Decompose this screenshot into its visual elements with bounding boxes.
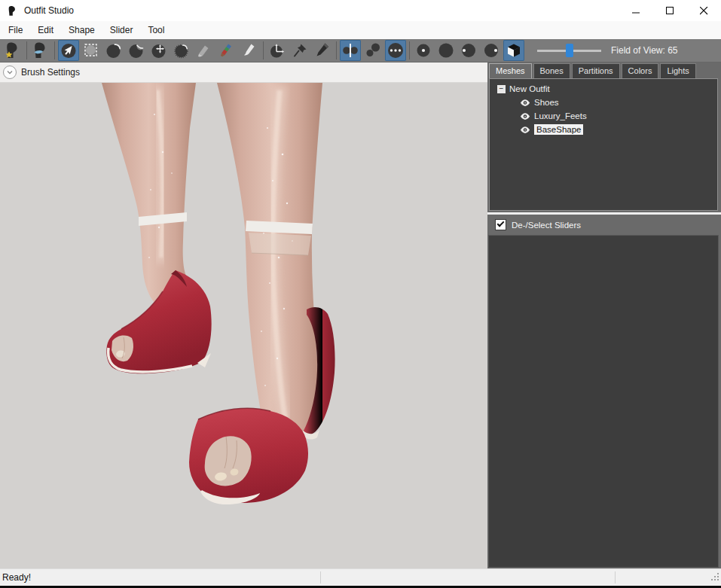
- window-title: Outfit Studio: [24, 5, 74, 16]
- mesh-tree: − New Outfit Shoes Luxury_Feets: [489, 78, 718, 211]
- connected-vertices-button[interactable]: [362, 40, 383, 61]
- resize-grip[interactable]: [711, 571, 719, 584]
- view-plain-icon: [437, 41, 455, 59]
- inflate-brush-button[interactable]: [103, 40, 124, 61]
- fov-slider-handle[interactable]: [566, 44, 573, 57]
- mask-brush-icon: [82, 41, 100, 59]
- view-right-button[interactable]: [481, 40, 502, 61]
- tree-item-label: Shoes: [534, 98, 559, 107]
- move-brush-button[interactable]: [148, 40, 170, 61]
- deflate-brush-button[interactable]: [126, 40, 147, 61]
- maximize-icon: [666, 7, 674, 15]
- collision-dots-button[interactable]: [385, 40, 406, 61]
- status-bar: Ready!: [0, 568, 721, 586]
- tree-item-baseshape[interactable]: BaseShape: [490, 123, 717, 136]
- status-text: Ready!: [2, 572, 31, 583]
- minimize-button[interactable]: [619, 0, 653, 21]
- app-icon: [7, 5, 18, 17]
- sliders-header: De-/Select Sliders: [487, 215, 721, 235]
- tree-root-label: New Outfit: [509, 84, 550, 93]
- view-center-icon: [414, 41, 432, 59]
- right-stocking-top: [249, 233, 311, 255]
- brush-settings-chevron-icon[interactable]: [3, 66, 17, 79]
- tab-bones[interactable]: Bones: [533, 63, 570, 78]
- close-button[interactable]: [687, 0, 721, 21]
- view-center-button[interactable]: [413, 40, 434, 61]
- load-project-icon: [32, 41, 50, 59]
- transform-icon: [268, 41, 286, 59]
- pencil-button[interactable]: [312, 40, 333, 61]
- transform-button[interactable]: [267, 40, 288, 61]
- connected-vertices-icon: [364, 41, 382, 59]
- maximize-button[interactable]: [653, 0, 687, 21]
- brush-settings-bar[interactable]: Brush Settings: [0, 62, 487, 83]
- tree-item-label: Luxury_Feets: [534, 111, 587, 120]
- toolbar-separator: [26, 41, 27, 59]
- tab-partitions[interactable]: Partitions: [572, 63, 620, 78]
- tab-colors[interactable]: Colors: [622, 63, 659, 78]
- pin-icon: [291, 41, 309, 59]
- toolbar-separator: [54, 41, 55, 59]
- color-brush-button[interactable]: [216, 40, 237, 61]
- perspective-cube-button[interactable]: [503, 40, 524, 61]
- pin-button[interactable]: [289, 40, 310, 61]
- view-plain-button[interactable]: [435, 40, 457, 61]
- mask-brush-button[interactable]: [81, 40, 102, 61]
- select-arrow-icon: [60, 41, 78, 59]
- fov-label: Field of View: 65: [611, 45, 678, 56]
- collapse-expander-icon[interactable]: −: [497, 85, 506, 93]
- perspective-cube-icon: [505, 41, 523, 59]
- new-project-button[interactable]: [2, 40, 23, 61]
- menu-slider[interactable]: Slider: [102, 21, 141, 39]
- toolbar-buttons: [2, 40, 525, 61]
- visibility-eye-icon[interactable]: [520, 126, 530, 134]
- viewport-3d-render[interactable]: [0, 83, 487, 568]
- select-arrow-button[interactable]: [58, 40, 79, 61]
- menu-file[interactable]: File: [1, 21, 30, 39]
- color-brush-icon: [218, 41, 236, 59]
- weight-brush-button: [194, 40, 215, 61]
- smooth-brush-button[interactable]: [171, 40, 192, 61]
- weight-brush-icon: [195, 41, 213, 59]
- smooth-brush-icon: [173, 41, 191, 59]
- status-separator: [320, 571, 321, 583]
- toolbar-separator: [263, 41, 264, 59]
- content: Brush Settings: [0, 62, 721, 568]
- title-bar: Outfit Studio: [0, 0, 721, 21]
- move-brush-icon: [150, 41, 168, 59]
- right-panel: Meshes Bones Partitions Colors Lights − …: [487, 62, 721, 568]
- deselect-sliders-label: De-/Select Sliders: [512, 221, 581, 230]
- menu-tool[interactable]: Tool: [140, 21, 172, 39]
- tree-item-luxury-feets[interactable]: Luxury_Feets: [490, 109, 717, 123]
- menu-bar: File Edit Shape Slider Tool: [0, 21, 721, 39]
- xmirror-button[interactable]: [340, 40, 361, 61]
- view-right-icon: [482, 41, 500, 59]
- minimize-icon: [632, 7, 640, 15]
- menu-shape[interactable]: Shape: [61, 21, 102, 39]
- tree-item-new-outfit[interactable]: − New Outfit: [490, 82, 717, 96]
- tab-meshes[interactable]: Meshes: [489, 63, 532, 78]
- tree-item-label-selected: BaseShape: [534, 124, 583, 135]
- view-left-icon: [460, 41, 478, 59]
- toolbar-separator: [409, 41, 410, 59]
- alpha-brush-button[interactable]: [239, 40, 260, 61]
- visibility-eye-icon[interactable]: [520, 112, 530, 120]
- load-project-button[interactable]: [30, 40, 51, 61]
- tab-lights[interactable]: Lights: [660, 63, 695, 78]
- visibility-eye-icon[interactable]: [520, 99, 530, 107]
- fov-slider[interactable]: [537, 44, 601, 57]
- pencil-icon: [313, 41, 331, 59]
- alpha-brush-icon: [240, 41, 258, 59]
- toolbar-separator: [336, 41, 337, 59]
- status-separator: [615, 571, 616, 583]
- view-left-button[interactable]: [458, 40, 479, 61]
- deselect-sliders-checkbox[interactable]: [495, 219, 506, 230]
- deflate-brush-icon: [127, 41, 145, 59]
- panel-tab-bar: Meshes Bones Partitions Colors Lights: [487, 62, 721, 78]
- inflate-brush-icon: [105, 41, 123, 59]
- brush-settings-label: Brush Settings: [21, 67, 80, 78]
- menu-edit[interactable]: Edit: [30, 21, 61, 39]
- outfit-studio-window: Outfit Studio File Edit Shape Slider Too…: [0, 0, 721, 588]
- tree-item-shoes[interactable]: Shoes: [490, 96, 717, 109]
- close-icon: [700, 7, 708, 15]
